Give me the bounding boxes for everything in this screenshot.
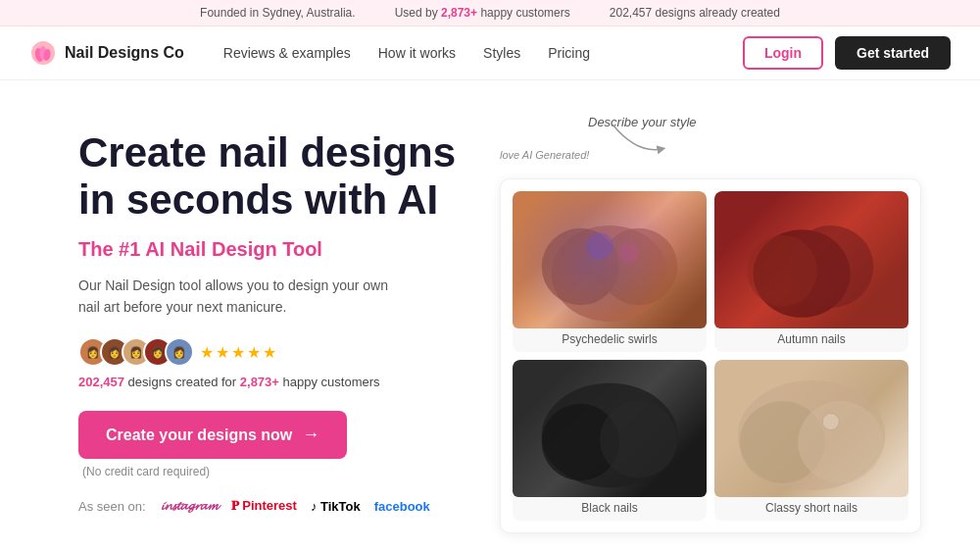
nail-overlay-black [513,360,707,497]
tiktok-logo: ♪ TikTok [311,499,361,514]
banner-item-3: 202,457 designs already created [610,6,780,20]
svg-point-17 [798,401,883,483]
star-5: ★ [263,343,276,362]
nail-card-autumn: Autumn nails [714,191,908,352]
login-button[interactable]: Login [743,36,823,70]
facebook-logo: facebook [374,499,430,514]
hero-title: Create nail designs in seconds with AI [78,129,470,225]
avatar-5: 👩 [165,337,194,367]
star-rating: ★ ★ ★ ★ ★ [200,343,276,362]
star-4: ★ [247,343,261,362]
banner-item-1: Founded in Sydney, Australia. [200,6,356,20]
logo-icon [29,39,57,67]
nail-img-autumn [714,191,908,328]
svg-point-5 [542,228,619,305]
nav-link-styles[interactable]: Styles [483,45,520,61]
hero-section: Create nail designs in seconds with AI T… [0,80,980,552]
design-count: 202,457 designs created for 2,873+ happy… [78,375,470,389]
nail-label-classy: Classy short nails [714,497,908,521]
hero-description: Our Nail Design tool allows you to desig… [78,275,392,319]
nav-actions: Login Get started [743,36,951,70]
nail-overlay-classy [714,360,908,497]
nail-grid: Psychedelic swirls Autumn nails [500,178,921,533]
cta-arrow: → [302,425,319,445]
instagram-logo: 𝓲𝓷𝓼𝓽𝓪𝓰𝓻𝓪𝓶 [160,498,218,514]
svg-point-8 [619,243,640,264]
nail-card-classy: Classy short nails [714,360,908,521]
as-seen-label: As seen on: [78,499,146,514]
hero-subtitle: The #1 AI Nail Design Tool [78,238,470,261]
top-banner: Founded in Sydney, Australia. Used by 2,… [0,0,980,26]
nav-link-how-it-works[interactable]: How it works [378,45,456,61]
nail-overlay-autumn [714,191,908,328]
svg-point-14 [600,401,677,477]
nav-link-pricing[interactable]: Pricing [548,45,590,61]
hero-social-proof: 👩 👩 👩 👩 👩 ★ ★ ★ ★ ★ [78,337,470,367]
get-started-button[interactable]: Get started [835,36,951,70]
svg-point-18 [822,413,839,429]
as-seen-on: As seen on: 𝓲𝓷𝓼𝓽𝓪𝓰𝓻𝓪𝓶 𝐏 Pinterest ♪ TikT… [78,498,470,514]
nav-link-reviews[interactable]: Reviews & examples [223,45,351,61]
cta-button[interactable]: Create your designs now → [78,411,347,459]
svg-point-4 [552,226,668,322]
nail-card-black: Black nails [513,360,707,521]
hero-right: Describe your style love AI Generated! [500,120,921,533]
nail-card-psychedelic: Psychedelic swirls [513,191,707,352]
nail-overlay-psychedelic [513,191,707,328]
style-annotation: Describe your style [588,115,697,129]
hero-left: Create nail designs in seconds with AI T… [78,120,470,514]
svg-point-7 [586,232,612,259]
pinterest-logo: 𝐏 Pinterest [231,498,297,514]
nav-links: Reviews & examples How it works Styles P… [223,45,743,61]
svg-point-6 [600,228,677,305]
nail-label-black: Black nails [513,497,707,521]
nail-img-psychedelic [513,191,707,328]
nail-label-psychedelic: Psychedelic swirls [513,328,707,352]
nav-logo[interactable]: Nail Designs Co [29,39,184,67]
nail-label-autumn: Autumn nails [714,328,908,352]
nail-img-classy [714,360,908,497]
star-2: ★ [216,343,229,362]
no-credit-text: (No credit card required) [82,465,470,478]
navbar: Nail Designs Co Reviews & examples How i… [0,26,980,80]
avatar-group: 👩 👩 👩 👩 👩 [78,337,194,367]
star-3: ★ [231,343,245,362]
star-1: ★ [200,343,214,362]
annotation-arrow [608,120,666,159]
nail-img-black [513,360,707,497]
svg-point-11 [748,235,817,307]
banner-item-2: Used by 2,873+ happy customers [395,6,570,20]
annotation-example: love AI Generated! [500,149,589,161]
